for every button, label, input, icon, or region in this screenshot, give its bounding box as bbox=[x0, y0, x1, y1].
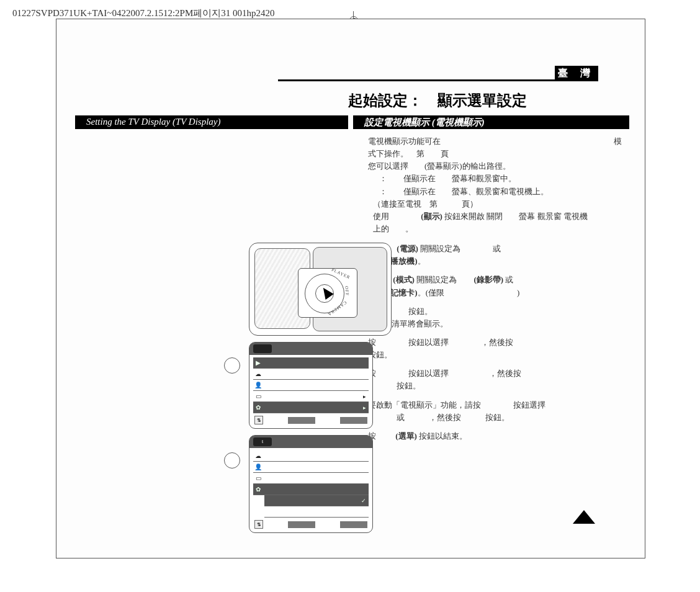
power-dial-card: PLAYER OFF CAMERA bbox=[298, 268, 357, 318]
menu-row: ▭ bbox=[253, 473, 369, 484]
chevron-right-icon: ▸ bbox=[363, 405, 369, 411]
intro-line1b: 模 bbox=[614, 135, 622, 148]
intro-line7a: 使用 bbox=[373, 212, 389, 221]
display-icon: ▭ bbox=[253, 475, 263, 482]
menu-mode-icon bbox=[253, 344, 272, 353]
menu-row: ✿▸ bbox=[253, 402, 369, 413]
menu-row: ✿ bbox=[253, 484, 369, 495]
left-section-title: Setting the TV Display (TV Display) bbox=[75, 115, 348, 129]
menu-row: ☁ bbox=[253, 451, 369, 462]
intro-line2: 式下操作。 第 頁 bbox=[368, 148, 622, 160]
intro-line4: ： 僅顯示在 螢幕和觀景窗中。 bbox=[368, 173, 622, 185]
main-heading-zh: 起始設定： 顯示選單設定 bbox=[348, 91, 527, 110]
menu-row: ☁ bbox=[253, 369, 369, 380]
cloud-icon: ☁ bbox=[253, 452, 263, 459]
menu-subrow-selected: ✓ bbox=[264, 495, 369, 506]
step1-c: 。 bbox=[418, 256, 426, 266]
person-icon: 👤 bbox=[253, 382, 263, 388]
menu-row: 👤 bbox=[253, 380, 369, 391]
updown-icon: ⇅ bbox=[254, 520, 263, 529]
dial-label-off: OFF bbox=[344, 286, 349, 296]
menu-footer: ⇅ bbox=[249, 413, 372, 424]
person-icon: 👤 bbox=[253, 464, 263, 470]
gear-icon: ✿ bbox=[253, 486, 263, 493]
menu-footer: ⇅ bbox=[249, 518, 372, 529]
intro-line8: 上的 。 bbox=[368, 223, 622, 235]
menu-softkey bbox=[340, 521, 367, 528]
intro-line7c: 按鈕來開啟 關閉 螢幕 觀景窗 電視機 bbox=[444, 212, 588, 221]
callout-6 bbox=[224, 452, 240, 469]
step7-b: 按鈕以結束。 bbox=[419, 431, 467, 441]
menu-softkey bbox=[340, 417, 367, 424]
intro-line6: （連接至電視 第 頁） bbox=[368, 198, 622, 210]
intro-line3: 您可以選擇 (螢幕顯示)的輸出路徑。 bbox=[368, 160, 622, 173]
intro-text: 電視機顯示功能可在 模 式下操作。 第 頁 您可以選擇 (螢幕顯示)的輸出路徑。… bbox=[353, 133, 629, 238]
menu-row: ▭▸ bbox=[253, 391, 369, 402]
menu-row: ▶ bbox=[253, 357, 369, 369]
play-icon: ▶ bbox=[253, 359, 263, 366]
camcorder-illustration: PLAYER OFF CAMERA bbox=[249, 243, 392, 336]
menu-header-4 bbox=[249, 343, 372, 355]
menu-header-6: t bbox=[249, 436, 372, 448]
page-frame: 臺 灣 起始設定： 顯示選單設定 Setting the TV Display … bbox=[56, 19, 645, 558]
step2-tape: (錄影帶) bbox=[473, 275, 503, 284]
display-icon: ▭ bbox=[253, 393, 263, 400]
left-column: Setting the TV Display (TV Display) bbox=[75, 115, 348, 133]
figure-group: PLAYER OFF CAMERA ▶ ☁ 👤 ▭▸ ✿▸ ⇅ bbox=[249, 243, 404, 533]
menu-softkey bbox=[288, 521, 315, 528]
right-section-title: 設定電視機顯示 (電視機顯示) bbox=[353, 115, 629, 129]
menu-mode-icon: t bbox=[253, 437, 272, 446]
gear-icon: ✿ bbox=[253, 404, 263, 411]
step3-b: 選單清單將會顯示。 bbox=[368, 318, 622, 330]
step2-d: 。(僅限 ) bbox=[418, 288, 520, 297]
step2-b: 開關設定為 bbox=[416, 275, 457, 284]
region-underline bbox=[278, 79, 598, 81]
menu-row: 👤 bbox=[253, 462, 369, 473]
intro-line1a: 電視機顯示功能可在 bbox=[368, 137, 441, 146]
menu-softkey bbox=[288, 417, 315, 424]
intro-display-bold: (顯示) bbox=[421, 212, 442, 221]
step1-b: 開關設定為 或 bbox=[420, 244, 501, 253]
chevron-right-icon: ▸ bbox=[363, 393, 369, 400]
intro-line5: ： 僅顯示在 螢幕、觀景窗和電視機上。 bbox=[368, 186, 622, 198]
updown-icon: ⇅ bbox=[254, 416, 263, 424]
step2-c: 或 bbox=[505, 275, 513, 284]
check-icon: ✓ bbox=[361, 498, 369, 504]
page-next-triangle-icon bbox=[573, 510, 595, 524]
menu-panel-4: ▶ ☁ 👤 ▭▸ ✿▸ ⇅ bbox=[249, 342, 373, 429]
menu-panel-6: t ☁ 👤 ▭ ✿ ✓ ⇅ bbox=[249, 435, 373, 533]
callout-4 bbox=[224, 357, 240, 374]
cloud-icon: ☁ bbox=[253, 370, 263, 377]
menu-subrow bbox=[264, 506, 369, 518]
